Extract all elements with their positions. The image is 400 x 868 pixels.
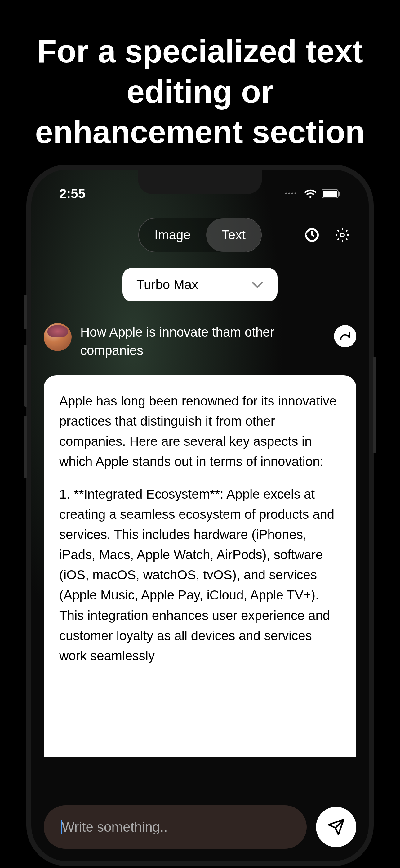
mode-toggle: Image Text [138, 218, 262, 252]
phone-side-button [373, 357, 376, 453]
phone-frame: 2:55 •••• Image [26, 164, 374, 866]
response-paragraph: Apple has long been renowned for its inn… [59, 391, 341, 471]
model-select[interactable]: Turbo Max [123, 268, 277, 302]
cellular-dots-icon: •••• [285, 190, 297, 197]
phone-screen: 2:55 •••• Image [31, 169, 369, 861]
battery-icon [322, 189, 341, 198]
refresh-icon [339, 331, 351, 342]
user-message-text: How Apple is innovate tham other compani… [80, 323, 325, 360]
send-icon [327, 818, 345, 836]
status-indicators: •••• [285, 189, 341, 198]
response-message: Apple has long been renowned for its inn… [44, 375, 356, 757]
response-paragraph: 1. **Integrated Ecosystem**: Apple excel… [59, 484, 341, 666]
mode-text-tab[interactable]: Text [206, 218, 261, 252]
phone-side-button [24, 295, 27, 329]
settings-button[interactable] [335, 227, 350, 243]
phone-side-button [24, 416, 27, 478]
promo-title: For a specialized text editing or enhanc… [0, 0, 400, 164]
svg-rect-2 [339, 192, 340, 195]
phone-notch [138, 169, 262, 194]
input-placeholder: Write something.. [62, 819, 168, 835]
phone-side-button [24, 345, 27, 407]
status-time: 2:55 [59, 186, 85, 201]
user-message-row: How Apple is innovate tham other compani… [31, 314, 369, 369]
message-input[interactable]: Write something.. [44, 805, 307, 849]
input-bar: Write something.. [44, 805, 356, 849]
chevron-down-icon [251, 281, 264, 288]
history-icon [304, 227, 320, 243]
top-controls: Image Text [31, 205, 369, 262]
wifi-icon [304, 189, 316, 198]
regenerate-button[interactable] [334, 325, 356, 347]
model-select-value: Turbo Max [136, 277, 198, 292]
svg-rect-1 [323, 191, 337, 197]
avatar [44, 323, 72, 351]
svg-point-4 [340, 233, 344, 237]
mode-image-tab[interactable]: Image [139, 218, 206, 252]
gear-icon [335, 227, 350, 243]
history-button[interactable] [304, 227, 320, 243]
send-button[interactable] [316, 807, 356, 847]
